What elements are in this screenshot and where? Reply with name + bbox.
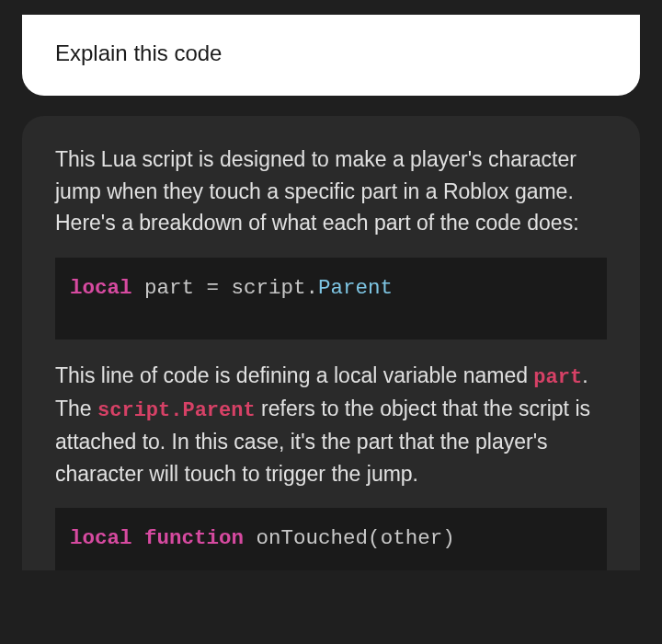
- assistant-message-bubble: This Lua script is designed to make a pl…: [22, 116, 640, 570]
- code-token: [244, 526, 257, 550]
- code-token: (: [368, 526, 381, 550]
- code-block-1[interactable]: local part = script.Parent: [55, 258, 607, 340]
- user-message-bubble: Explain this code: [22, 15, 640, 96]
- code-token: ): [442, 526, 455, 550]
- code-token: script: [232, 276, 306, 300]
- code-token: local: [70, 276, 132, 300]
- code-token: =: [194, 276, 232, 300]
- code-token: .: [306, 276, 319, 300]
- inline-code-part: part: [533, 366, 582, 389]
- text-segment: This line of code is defining a local va…: [55, 363, 533, 387]
- code-block-2[interactable]: local function onTouched(other): [55, 508, 607, 570]
- code-token: [132, 526, 145, 550]
- code-token: part: [144, 276, 194, 300]
- inline-code-script-parent: script.Parent: [97, 399, 256, 422]
- code-token: onTouched: [257, 526, 369, 550]
- assistant-paragraph-2: This line of code is defining a local va…: [55, 360, 607, 489]
- code-token: local: [70, 526, 132, 550]
- code-token: other: [381, 526, 443, 550]
- code-token: Parent: [318, 276, 393, 300]
- assistant-intro-text: This Lua script is designed to make a pl…: [55, 144, 607, 239]
- code-token: [132, 276, 145, 300]
- code-token: function: [144, 526, 244, 550]
- user-message-text: Explain this code: [55, 40, 607, 66]
